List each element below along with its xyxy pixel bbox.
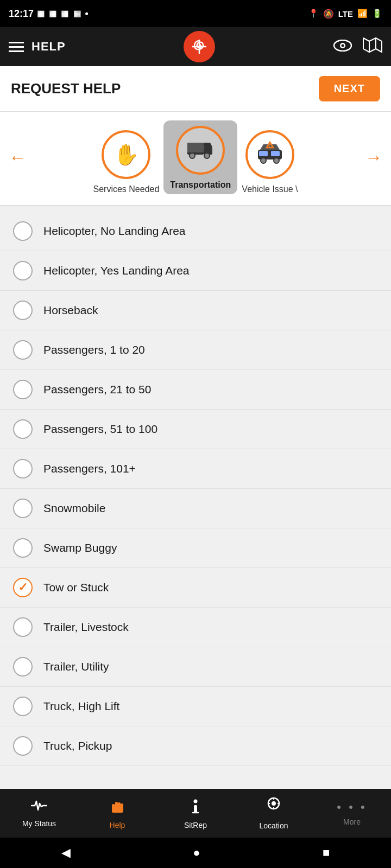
sitrep-label: SitRep [184,821,207,829]
label-passengers-21-50: Passengers, 21 to 50 [43,383,151,396]
help-label: Help [110,821,125,829]
list-item-passengers-21-50[interactable]: Passengers, 21 to 50 [0,370,391,410]
services-needed-icon-circle: ✋ [102,130,150,179]
info-svg [188,797,203,814]
list-item-helicopter-yes[interactable]: Helicopter, Yes Landing Area [0,251,391,291]
carousel-item-transportation[interactable]: Transportation [163,120,237,194]
top-nav: HELP [0,27,391,66]
carousel-item-vehicle-issue[interactable]: ! Vehicle Issue \ [237,130,302,194]
back-button[interactable]: ◀ [45,841,87,864]
list-item-passengers-51-100[interactable]: Passengers, 51 to 100 [0,410,391,449]
list-item-truck-high-lift[interactable]: Truck, High Lift [0,687,391,726]
list-item-swamp-buggy[interactable]: Swamp Buggy [0,528,391,568]
svg-rect-13 [187,143,204,152]
label-horseback: Horseback [43,304,98,317]
svg-point-18 [261,158,266,163]
truck-svg [186,137,215,159]
bottom-nav-my-status[interactable]: My Status [0,799,78,828]
bell-off-icon: 🔕 [323,9,334,19]
list-item-helicopter-no[interactable]: Helicopter, No Landing Area [0,212,391,251]
carousel-right-arrow[interactable]: → [356,148,391,168]
radio-passengers-21-50 [13,380,33,399]
svg-point-27 [194,799,198,803]
car-warning-icon: ! [256,141,284,169]
hand-icon [110,797,125,818]
sim-icons: ▦ ▦ ▦ ▦ [37,9,82,18]
carousel-item-services-needed[interactable]: ✋ Services Needed [89,130,163,194]
svg-rect-16 [259,151,268,156]
page-title: REQUEST HELP [11,80,121,97]
label-truck-pickup: Truck, Pickup [43,739,112,752]
location-nav-icon [266,797,281,818]
radio-snowmobile [13,499,33,518]
top-nav-right [333,37,382,57]
svg-marker-10 [204,143,212,147]
transportation-list: Helicopter, No Landing AreaHelicopter, Y… [0,206,391,789]
app-logo [184,31,215,62]
list-item-horseback[interactable]: Horseback [0,291,391,330]
status-bar-right: 📍 🔕 LTE 📶 🔋 [308,9,382,19]
bottom-nav-location[interactable]: Location [235,797,313,830]
svg-rect-17 [271,151,280,156]
list-item-trailer-utility[interactable]: Trailer, Utility [0,647,391,687]
transportation-label: Transportation [170,180,231,190]
radio-passengers-101 [13,459,33,478]
menu-button[interactable] [9,42,24,52]
more-dots-icon: • • • [337,800,367,814]
request-help-header: REQUEST HELP NEXT [0,66,391,112]
home-button[interactable]: ● [176,841,216,864]
list-item-passengers-101[interactable]: Passengers, 101+ [0,449,391,489]
label-helicopter-yes: Helicopter, Yes Landing Area [43,264,190,277]
recents-button[interactable]: ■ [306,841,346,864]
bottom-nav-sitrep[interactable]: SitRep [156,797,235,829]
top-nav-left: HELP [9,40,66,54]
carousel-left-arrow[interactable]: ← [0,148,35,168]
bottom-nav-more[interactable]: • • • More [313,800,391,826]
label-tow-or-stuck: Tow or Stuck [43,581,109,594]
label-trailer-utility: Trailer, Utility [43,660,109,673]
battery-icon: 🔋 [372,9,382,18]
carousel-items-container: ✋ Services Needed Transportation [35,120,356,194]
list-item-tow-or-stuck[interactable]: ✓Tow or Stuck [0,568,391,608]
vehicle-issue-icon-circle: ! [245,130,294,179]
svg-rect-26 [112,807,123,813]
dot-indicator: • [85,8,89,20]
vehicle-issue-label: Vehicle Issue \ [242,184,298,194]
list-item-trailer-livestock[interactable]: Trailer, Livestock [0,608,391,647]
next-button[interactable]: NEXT [319,76,380,101]
label-passengers-101: Passengers, 101+ [43,462,136,475]
svg-point-31 [272,801,276,806]
map-icon[interactable] [363,37,382,57]
logo-container [184,31,215,62]
svg-point-12 [204,153,210,158]
status-time: 12:17 [9,8,34,20]
label-trailer-livestock: Trailer, Livestock [43,621,129,634]
eye-svg [333,40,352,52]
lte-icon: LTE [338,9,353,18]
truck-icon [186,137,215,164]
category-carousel: ← ✋ Services Needed [0,112,391,206]
radio-tow-or-stuck: ✓ [13,578,33,597]
label-truck-high-lift: Truck, High Lift [43,700,119,713]
list-item-passengers-1-20[interactable]: Passengers, 1 to 20 [0,330,391,370]
eye-icon[interactable] [333,39,352,55]
label-passengers-1-20: Passengers, 1 to 20 [43,343,145,356]
svg-text:!: ! [269,143,270,147]
radio-passengers-1-20 [13,340,33,360]
label-passengers-51-100: Passengers, 51 to 100 [43,423,157,436]
bottom-nav: My Status Help SitRep [0,789,391,838]
status-bar: 12:17 ▦ ▦ ▦ ▦ • 📍 🔕 LTE 📶 🔋 [0,0,391,27]
services-needed-label: Services Needed [93,184,159,194]
list-item-truck-pickup[interactable]: Truck, Pickup [0,726,391,766]
list-item-snowmobile[interactable]: Snowmobile [0,489,391,528]
nav-title: HELP [31,40,66,54]
more-label: More [343,818,361,826]
car-warning-svg: ! [256,141,284,164]
status-bar-left: 12:17 ▦ ▦ ▦ ▦ • [9,8,89,20]
radio-horseback [13,301,33,320]
bottom-nav-help[interactable]: Help [78,797,156,829]
hand-svg [110,797,125,814]
radio-swamp-buggy [13,538,33,558]
svg-point-11 [190,153,195,158]
pulse-icon [31,799,47,816]
